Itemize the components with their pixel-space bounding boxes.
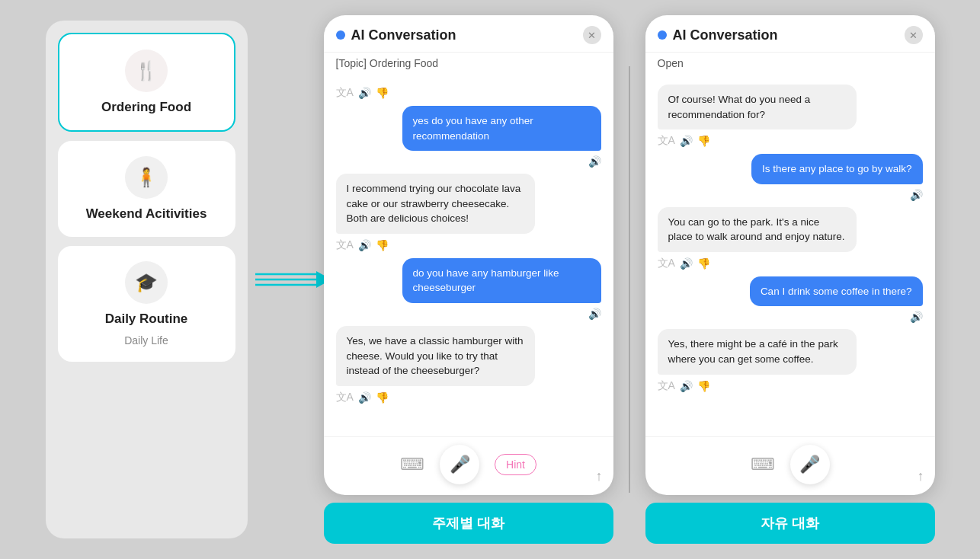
sidebar-card-daily-routine[interactable]: 🎓 Daily Routine Daily Life [58,246,235,362]
daily-life-subtitle: Daily Life [124,334,168,347]
mic-button-left[interactable]: 🎤 [440,445,479,484]
left-msg-actions-1: 文A 🔊 👎 [336,86,601,100]
right-bot-2-actions: 文A 🔊 👎 [658,257,710,270]
right-msg-bot-2: You can go to the park. It's a nice plac… [658,207,923,270]
left-msg-user-1: yes do you have any other recommendation… [336,106,601,168]
thumbsdown-icon-3[interactable]: 👎 [376,391,389,404]
volume-icon[interactable]: 🔊 [358,87,371,99]
left-user-2-actions: 🔊 [588,308,601,320]
left-bot-bubble-1: I recommend trying our chocolate lava ca… [336,174,535,234]
right-bot-bubble-0: Of course! What do you need a recommenda… [658,85,857,129]
arrow-container [255,268,331,291]
person-icon: 🧍 [135,167,158,188]
right-phone-wrapper: AI Conversation ✕ Open Of course! What d… [645,15,935,544]
left-cta-label: 주제별 대화 [432,514,504,532]
left-close-button[interactable]: ✕ [583,26,601,44]
left-user-bubble-2: do you have any hamburger like cheesebur… [402,258,601,303]
daily-icon-circle: 🎓 [125,261,168,304]
scroll-up-left[interactable]: ↑ [596,468,603,484]
left-header-title: AI Conversation [351,27,456,43]
keyboard-icon-left[interactable]: ⌨ [400,455,424,474]
right-cta-button[interactable]: 자유 대화 [645,503,935,544]
left-bot-bubble-2: Yes, we have a classic hamburger with ch… [336,326,535,386]
left-user-1-actions: 🔊 [588,155,601,168]
left-msg-bot-2: Yes, we have a classic hamburger with ch… [336,326,601,404]
right-phone-header: AI Conversation ✕ [645,15,935,53]
translate-icon-2[interactable]: 文A [336,238,354,252]
sidebar: 🍴 Ordering Food 🧍 Weekend Acitivities 🎓 … [46,21,248,538]
right-bot-0-actions: 文A 🔊 👎 [658,134,710,148]
right-msg-bot-4: Yes, there might be a café in the park w… [658,329,923,392]
right-chat-area[interactable]: Of course! What do you need a recommenda… [645,75,935,436]
left-chat-area[interactable]: 文A 🔊 👎 yes do you have any other recomme… [324,75,613,436]
school-icon: 🎓 [135,272,158,293]
thumbsdown-icon-2[interactable]: 👎 [376,239,389,251]
left-phone-wrapper: AI Conversation ✕ [Topic] Ordering Food … [324,15,613,544]
volume-icon-r0[interactable]: 🔊 [680,135,693,147]
left-bottom-bar: ⌨ 🎤 Hint ↑ [324,436,613,495]
weekend-title: Weekend Acitivities [86,206,207,222]
thumbsdown-icon-r4[interactable]: 👎 [697,380,710,392]
left-header-dot [336,30,345,40]
thumbsdown-icon-r2[interactable]: 👎 [697,257,710,270]
weekend-icon-circle: 🧍 [125,156,168,199]
volume-icon-5[interactable]: 🔊 [358,391,371,404]
right-bot-4-actions: 文A 🔊 👎 [658,379,710,393]
volume-icon-3[interactable]: 🔊 [358,239,371,251]
daily-routine-title: Daily Routine [105,311,188,327]
right-user-bubble-1: Is there any place to go by walk? [751,154,923,184]
sidebar-card-weekend[interactable]: 🧍 Weekend Acitivities [58,141,235,237]
translate-icon-r2[interactable]: 文A [658,257,675,270]
right-header-title: AI Conversation [673,27,778,43]
left-msg-bot-1: I recommend trying our chocolate lava ca… [336,174,601,252]
arrow-right-icon [255,268,331,291]
volume-icon-4[interactable]: 🔊 [588,308,601,320]
volume-icon-r1[interactable]: 🔊 [910,189,923,201]
right-subheader: Open [645,53,935,75]
translate-icon-r0[interactable]: 文A [658,134,675,148]
left-bot-1-actions: 文A 🔊 👎 [336,238,389,252]
right-bottom-bar: ⌨ 🎤 ↑ [645,436,935,495]
volume-icon-r2[interactable]: 🔊 [680,257,693,270]
right-user-1-actions: 🔊 [910,189,923,201]
left-phone-header: AI Conversation ✕ [324,15,613,53]
keyboard-icon-right[interactable]: ⌨ [751,455,775,474]
left-cta-button[interactable]: 주제별 대화 [324,503,613,544]
right-msg-user-3: Can I drink some coffee in there? 🔊 [658,276,923,324]
left-user-bubble-1: yes do you have any other recommendation [402,106,601,151]
volume-icon-r4[interactable]: 🔊 [680,380,693,392]
mic-button-right[interactable]: 🎤 [790,445,830,484]
volume-icon-r3[interactable]: 🔊 [910,311,923,323]
thumbsdown-icon-r0[interactable]: 👎 [697,135,710,147]
volume-icon-2[interactable]: 🔊 [588,155,601,168]
sidebar-card-ordering-food[interactable]: 🍴 Ordering Food [58,33,235,132]
ordering-food-icon-circle: 🍴 [125,50,168,92]
right-msg-bot-0: Of course! What do you need a recommenda… [658,85,923,148]
fork-icon: 🍴 [135,60,158,81]
right-phone-frame: AI Conversation ✕ Open Of course! What d… [645,15,935,495]
vertical-divider [629,66,630,493]
ordering-food-title: Ordering Food [101,100,191,115]
right-close-button[interactable]: ✕ [905,26,923,44]
translate-icon[interactable]: 文A [336,86,354,100]
thumbsdown-icon[interactable]: 👎 [376,87,389,99]
hint-button[interactable]: Hint [495,454,536,475]
left-bot-2-actions: 文A 🔊 👎 [336,391,389,404]
right-cta-label: 자유 대화 [761,514,819,532]
right-user-bubble-3: Can I drink some coffee in there? [750,276,923,307]
translate-icon-3[interactable]: 文A [336,391,354,404]
left-phone-frame: AI Conversation ✕ [Topic] Ordering Food … [324,15,613,495]
translate-icon-r4[interactable]: 文A [658,379,675,393]
scroll-up-right[interactable]: ↑ [918,468,924,484]
right-header-dot [658,30,667,40]
left-header-left: AI Conversation [336,27,456,43]
right-bot-bubble-4: Yes, there might be a café in the park w… [658,329,857,374]
left-msg-user-2: do you have any hamburger like cheesebur… [336,258,601,320]
right-bot-bubble-2: You can go to the park. It's a nice plac… [658,207,857,252]
left-subheader: [Topic] Ordering Food [324,53,613,75]
right-user-3-actions: 🔊 [910,311,923,323]
right-header-left: AI Conversation [658,27,778,43]
right-msg-user-1: Is there any place to go by walk? 🔊 [658,154,923,201]
